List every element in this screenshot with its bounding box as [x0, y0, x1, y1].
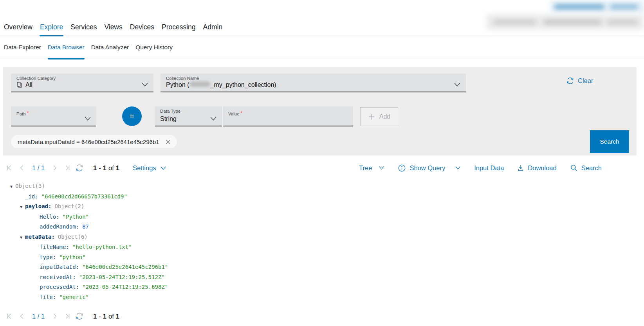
nav-item-explore[interactable]: Explore [40, 19, 63, 36]
collapse-toggle-icon[interactable] [10, 182, 15, 192]
download-link[interactable]: Download [517, 164, 556, 172]
clear-label: Clear [578, 77, 593, 85]
sub-nav: Data Explorer Data Browser Data Analyzer… [0, 36, 644, 59]
refresh-icon[interactable] [75, 164, 84, 172]
json-value: "generic" [59, 294, 89, 300]
nav-item-admin[interactable]: Admin [203, 19, 223, 36]
add-condition-button[interactable]: Add [360, 107, 398, 126]
nav-item-services[interactable]: Services [70, 19, 97, 36]
download-icon [517, 164, 524, 172]
json-key: inputDataId [40, 264, 79, 270]
view-mode-dropdown[interactable]: Tree [359, 164, 384, 172]
result-search-link[interactable]: Search [570, 164, 602, 172]
json-row: processedAt"2023-05-24T12:19:25.698Z" [0, 282, 168, 292]
subnav-item-data-explorer[interactable]: Data Explorer [4, 36, 41, 59]
data-type-select[interactable]: Data Type String [155, 106, 222, 126]
json-tree-view: Object(3) _id"646e00cd2d66657b73361cd9" … [0, 181, 168, 302]
json-row: receivedAt"2023-05-24T12:19:25.512Z" [0, 272, 168, 283]
collapse-toggle-icon[interactable] [20, 202, 25, 212]
json-row: _id"646e00cd2d66657b73361cd9" [0, 192, 168, 202]
data-type-value: String [160, 115, 177, 122]
redacted-prefix [190, 81, 210, 87]
last-page-button[interactable] [63, 312, 71, 320]
json-row: Hello"Python" [0, 212, 168, 222]
json-key: metaData [25, 234, 55, 240]
nav-item-processing[interactable]: Processing [162, 19, 196, 36]
clear-button[interactable]: Clear [566, 77, 593, 85]
json-key: payload [25, 203, 51, 209]
json-key: fileName [40, 244, 69, 250]
json-value: Object(6) [58, 234, 88, 240]
last-page-button[interactable] [63, 164, 71, 172]
filter-chip-text: metaData.inputDataId = 646e00cd25e2641e4… [18, 139, 159, 145]
json-key: processedAt [40, 284, 79, 290]
collection-category-label: Collection Category [16, 76, 56, 81]
page-indicator[interactable]: 1 / 1 [32, 313, 45, 320]
required-asterisk [27, 110, 29, 116]
previous-page-button[interactable] [18, 312, 26, 320]
collection-icon [16, 82, 22, 88]
data-type-label: Data Type [160, 109, 180, 113]
json-key: _id [25, 193, 38, 200]
json-row: inputDataId"646e00cd25e2641e45c296b1" [0, 262, 168, 272]
download-label: Download [528, 164, 556, 172]
refresh-icon[interactable] [75, 312, 84, 321]
value-input[interactable]: Value [223, 106, 353, 126]
collection-name-value: Python (_my_python_collection) [166, 81, 276, 88]
next-page-button[interactable] [51, 164, 59, 172]
next-page-button[interactable] [51, 312, 59, 320]
json-value: "646e00cd25e2641e45c296b1" [82, 264, 168, 270]
json-value: "hello-python.txt" [72, 244, 132, 250]
json-value: "Python" [63, 214, 89, 220]
subnav-item-data-analyzer[interactable]: Data Analyzer [91, 36, 129, 59]
refresh-icon [566, 77, 574, 85]
json-row: file"generic" [0, 292, 168, 303]
settings-dropdown[interactable]: Settings [133, 164, 166, 172]
collection-category-select[interactable]: Collection Category All [11, 74, 153, 92]
input-data-label: Input Data [474, 164, 504, 172]
chevron-down-icon [141, 82, 148, 87]
bottom-pagination: 1 / 1 1-1of1 [0, 310, 119, 322]
nav-item-views[interactable]: Views [104, 19, 122, 36]
result-range: 1-1of1 [93, 313, 119, 320]
collection-category-value: All [25, 81, 32, 88]
first-page-button[interactable] [5, 164, 13, 172]
result-search-label: Search [581, 164, 602, 172]
info-icon [398, 164, 406, 172]
redacted-user-links[interactable] [550, 1, 644, 13]
results-toolbar-right: Tree Show Query Input Data [359, 164, 602, 172]
collapse-toggle-icon[interactable] [20, 232, 25, 243]
show-query-dropdown[interactable]: Show Query [398, 164, 461, 172]
collection-name-label: Collection Name [166, 76, 199, 81]
json-key: receivedAt [40, 274, 76, 280]
value-label: Value [228, 112, 240, 116]
json-row: type"python" [0, 252, 168, 263]
nav-item-devices[interactable]: Devices [130, 19, 154, 36]
json-row: Object(3) [0, 181, 168, 192]
path-select[interactable]: Path [11, 106, 96, 126]
first-page-button[interactable] [5, 312, 13, 320]
close-icon[interactable] [165, 139, 171, 145]
json-row: payloadObject(2) [0, 202, 168, 212]
operator-button[interactable]: = [122, 106, 142, 126]
path-label: Path [16, 112, 26, 116]
chevron-down-icon [454, 82, 461, 87]
json-key: Hello [40, 214, 60, 220]
search-button[interactable]: Search [590, 130, 629, 153]
json-value: Object(2) [54, 203, 84, 209]
chevron-down-icon [84, 116, 91, 121]
json-key: type [40, 254, 56, 260]
page-indicator[interactable]: 1 / 1 [32, 164, 45, 172]
nav-item-overview[interactable]: Overview [4, 19, 32, 36]
add-label: Add [379, 113, 390, 120]
input-data-link[interactable]: Input Data [474, 164, 504, 172]
json-value: "2023-05-24T12:19:25.512Z" [79, 274, 165, 280]
previous-page-button[interactable] [18, 164, 26, 172]
subnav-item-query-history[interactable]: Query History [135, 36, 173, 59]
json-row: metaDataObject(6) [0, 232, 168, 243]
redacted-blob [610, 4, 638, 10]
json-value: Object(3) [15, 183, 45, 189]
json-key: file [40, 294, 56, 300]
subnav-item-data-browser[interactable]: Data Browser [48, 36, 85, 59]
collection-name-select[interactable]: Collection Name Python (_my_python_colle… [161, 74, 466, 92]
